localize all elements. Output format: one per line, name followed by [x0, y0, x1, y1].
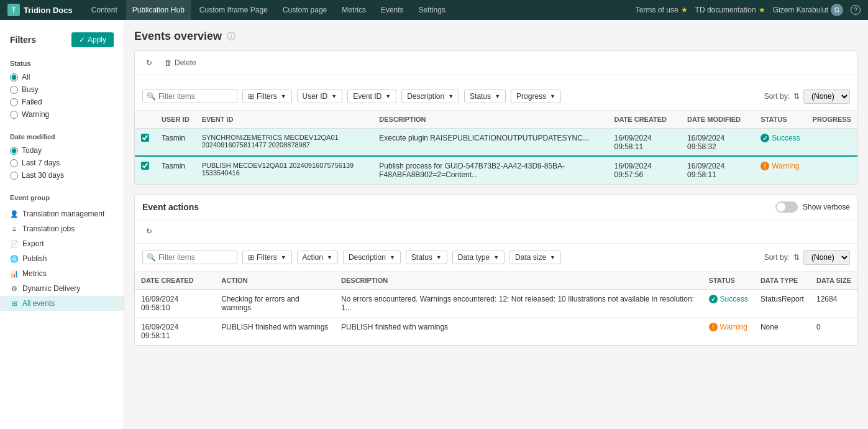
verbose-toggle-switch[interactable] [775, 201, 798, 213]
status-failed[interactable]: Failed [10, 96, 114, 108]
actions-search-input[interactable] [158, 253, 233, 262]
action-status-chip[interactable]: Status ▼ [406, 251, 447, 264]
col-date-modified: DATE MODIFIED [681, 111, 754, 129]
brand-name: Tridion Docs [24, 6, 73, 15]
tree-all-events[interactable]: ⊞ All events [0, 296, 124, 311]
event-actions-panel: Event actions Show verbose ↻ 🔍 [134, 195, 858, 346]
publish-icon: 🌐 [10, 254, 19, 263]
user-id-chip[interactable]: User ID ▼ [297, 90, 343, 103]
nav-custom-page[interactable]: Custom page [276, 0, 333, 20]
delivery-icon: ⚙ [10, 284, 19, 293]
cell-data-size: 12684 [810, 290, 857, 318]
terms-of-use-link[interactable]: Terms of use ★ [636, 6, 688, 14]
events-search[interactable]: 🔍 [142, 90, 237, 103]
main-layout: Filters ✓ Apply Status All Busy Failed [0, 20, 868, 429]
filters-chip[interactable]: ⊞ Filters ▼ [242, 90, 292, 103]
refresh-button[interactable]: ↻ [142, 56, 156, 70]
col-event-id: EVENT ID [196, 111, 373, 129]
col-checkbox [135, 111, 155, 129]
actions-toolbar: ↻ [135, 219, 857, 244]
cell-progress [806, 157, 857, 185]
events-search-input[interactable] [158, 92, 233, 101]
date-last30[interactable]: Last 30 days [10, 169, 114, 182]
chevron-down-icon: ▼ [495, 93, 500, 99]
data-size-chip[interactable]: Data size ▼ [509, 251, 561, 264]
nav-metrics[interactable]: Metrics [336, 0, 372, 20]
doc-star-icon: ★ [759, 6, 765, 14]
date-last7[interactable]: Last 7 days [10, 157, 114, 169]
sidebar: Filters ✓ Apply Status All Busy Failed [0, 20, 124, 429]
date-radio-group: Today Last 7 days Last 30 days [0, 143, 124, 183]
actions-table-filters: 🔍 ⊞ Filters ▼ Action ▼ Description ▼ [135, 244, 857, 272]
cell-description: Execute plugin RAISEPUBLICATIONOUTPUTUPD… [373, 129, 608, 157]
tree-dynamic-delivery[interactable]: ⚙ Dynamic Delivery [0, 281, 124, 296]
table-row: Tasmin PUBLISH MECDEV12QA01 202409160757… [135, 157, 857, 185]
date-today[interactable]: Today [10, 144, 114, 157]
action-chip[interactable]: Action ▼ [297, 251, 338, 264]
row-checkbox-cell[interactable] [135, 157, 155, 185]
content-area: Events overview ⓘ ↻ 🗑 Delete 🔍 [124, 20, 868, 429]
delete-icon: 🗑 [165, 58, 172, 67]
tree-translation-management[interactable]: 👤 Translation management [0, 206, 124, 221]
nav-events[interactable]: Events [375, 0, 410, 20]
actions-refresh-button[interactable]: ↻ [142, 224, 156, 238]
table-row: Tasmin SYNCHRONIZEMETRICS MECDEV12QA01 2… [135, 129, 857, 157]
status-busy[interactable]: Busy [10, 83, 114, 96]
tree-translation-jobs[interactable]: ≡ Translation jobs [0, 221, 124, 236]
warning-icon: ! [709, 323, 718, 331]
all-events-icon: ⊞ [10, 299, 19, 308]
row-checkbox[interactable] [141, 162, 149, 170]
row-checkbox[interactable] [141, 134, 149, 142]
terms-star-icon: ★ [681, 6, 688, 14]
events-toolbar: ↻ 🗑 Delete [135, 51, 857, 75]
cell-event-id: SYNCHRONIZEMETRICS MECDEV12QA01 20240916… [196, 129, 373, 157]
status-success-badge: ✓ Success [709, 295, 748, 303]
sort-label: Sort by: [764, 92, 790, 101]
col-action: ACTION [215, 272, 335, 290]
nav-settings[interactable]: Settings [413, 0, 452, 20]
tree-export[interactable]: 📄 Export [0, 236, 124, 251]
apply-button[interactable]: ✓ Apply [71, 32, 114, 47]
events-table: USER ID EVENT ID DESCRIPTION DATE CREATE… [135, 111, 857, 184]
chevron-down-icon: ▼ [550, 254, 555, 261]
action-desc-chip[interactable]: Description ▼ [343, 251, 401, 264]
cell-date-created: 16/09/2024 09:57:56 [608, 157, 682, 185]
refresh-icon: ↻ [146, 227, 152, 236]
actions-filters-chip[interactable]: ⊞ Filters ▼ [242, 251, 292, 264]
event-id-chip[interactable]: Event ID ▼ [347, 90, 396, 103]
filter-icon: ⊞ [248, 253, 254, 262]
chevron-down-icon: ▼ [281, 93, 286, 99]
user-menu[interactable]: Gizem Karabulut G [773, 4, 843, 16]
nav-publication-hub[interactable]: Publication Hub [126, 0, 191, 20]
top-navigation: T Tridion Docs Content Publication Hub C… [0, 0, 868, 20]
col-status: STATUS [754, 111, 806, 129]
data-type-chip[interactable]: Data type ▼ [452, 251, 505, 264]
status-chip[interactable]: Status ▼ [464, 90, 506, 103]
chevron-down-icon: ▼ [390, 254, 395, 261]
cell-status: ! Warning [754, 157, 806, 185]
status-all[interactable]: All [10, 71, 114, 83]
tree-publish[interactable]: 🌐 Publish [0, 251, 124, 266]
nav-content[interactable]: Content [85, 0, 124, 20]
info-icon[interactable]: ⓘ [227, 31, 235, 42]
verbose-toggle: Show verbose [775, 201, 850, 213]
tree-metrics[interactable]: 📊 Metrics [0, 266, 124, 281]
actions-search[interactable]: 🔍 [142, 251, 237, 264]
sort-icon: ⇅ [793, 92, 800, 101]
nav-custom-iframe[interactable]: Custom Iframe Page [193, 0, 274, 20]
cell-date-modified: 16/09/2024 09:58:32 [681, 129, 754, 157]
help-icon[interactable]: ? [851, 5, 861, 15]
row-checkbox-cell[interactable] [135, 129, 155, 157]
td-documentation-link[interactable]: TD documentation ★ [695, 6, 765, 14]
description-chip[interactable]: Description ▼ [401, 90, 459, 103]
delete-button[interactable]: 🗑 Delete [161, 56, 200, 70]
status-warning[interactable]: Warning [10, 108, 114, 121]
refresh-icon: ↻ [146, 58, 152, 67]
actions-sort-select[interactable]: (None) [803, 250, 850, 265]
progress-chip[interactable]: Progress ▼ [511, 90, 561, 103]
sort-select[interactable]: (None) [803, 89, 850, 104]
cell-event-id: PUBLISH MECDEV12QA01 20240916075756139 1… [196, 157, 373, 185]
chevron-down-icon: ▼ [448, 93, 454, 99]
cell-date-modified: 16/09/2024 09:58:11 [681, 157, 754, 185]
chevron-down-icon: ▼ [327, 254, 332, 261]
